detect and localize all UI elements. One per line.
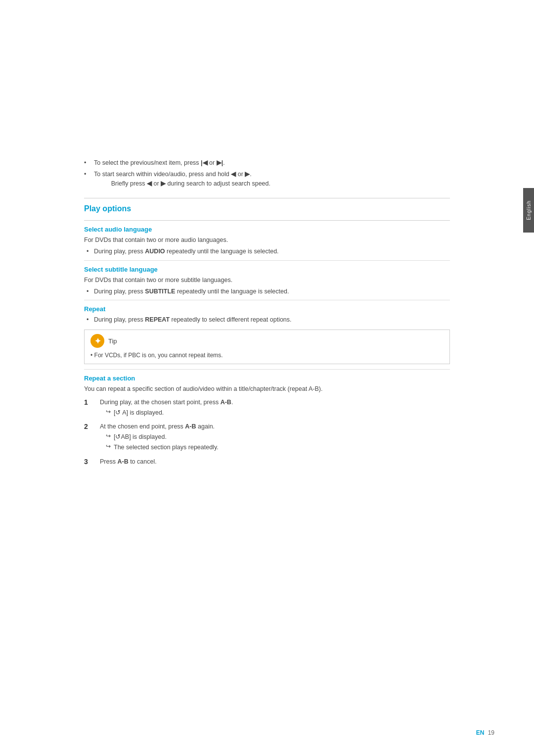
intro-bullet-1: To select the previous/next item, press …: [84, 158, 450, 168]
intro-bullet-2: To start search within video/audio, pres…: [84, 170, 450, 189]
intro-bullet-1-text: To select the previous/next item, press …: [94, 159, 225, 166]
intro-bullets: To select the previous/next item, press …: [84, 158, 450, 188]
intro-bullet-2-text: To start search within video/audio, pres…: [94, 171, 270, 187]
repeat-bullet: During play, press REPEAT repeatedly to …: [84, 315, 450, 325]
step-2-text: At the chosen end point, press A-B again…: [100, 422, 450, 431]
page-number-prefix: EN: [476, 729, 485, 736]
subtitle-language-heading: Select subtitle language: [84, 266, 450, 273]
arrow-icon-2: ↪: [106, 432, 111, 439]
repeat-section-intro: You can repeat a specific section of aud…: [84, 384, 450, 394]
tip-box: ✦ Tip • For VCDs, if PBC is on, you cann…: [84, 330, 450, 364]
sidebar-tab-label: English: [526, 200, 532, 220]
audio-language-heading: Select audio language: [84, 226, 450, 233]
step-1-text: During play, at the chosen start point, …: [100, 398, 450, 407]
subtitle-language-text: For DVDs that contain two or more subtit…: [84, 276, 450, 285]
step-1-result-text: [↺ A] is displayed.: [114, 408, 164, 418]
repeat-heading: Repeat: [84, 305, 450, 313]
tip-star-icon: ✦: [94, 336, 101, 346]
step-2-number: 2: [84, 422, 96, 432]
arrow-icon-3: ↪: [106, 443, 111, 450]
page-number: EN 19: [476, 729, 494, 736]
step-2-result-2-text: The selected section plays repeatedly.: [114, 443, 219, 452]
audio-language-bullet: During play, press AUDIO repeatedly unti…: [84, 247, 450, 256]
subsection-divider-3: [84, 369, 450, 370]
sidebar-tab: English: [523, 188, 534, 233]
step-2-result-1-text: [↺AB] is displayed.: [114, 432, 167, 442]
step-2: 2 At the chosen end point, press A-B aga…: [84, 422, 450, 453]
step-3-content: Press A-B to cancel.: [100, 457, 450, 468]
page-number-value: 19: [488, 729, 494, 736]
repeat-section-heading: Repeat a section: [84, 375, 450, 382]
step-1-number: 1: [84, 398, 96, 408]
section-divider-top: [84, 198, 450, 198]
subtitle-language-bullet: During play, press SUBTITLE repeatedly u…: [84, 287, 450, 296]
step-1-result: ↪ [↺ A] is displayed.: [100, 408, 450, 418]
tip-header: ✦ Tip: [90, 334, 444, 348]
step-3-number: 3: [84, 457, 96, 467]
tip-content-text: For VCDs, if PBC is on, you cannot repea…: [94, 352, 223, 359]
tip-bullet: •: [90, 352, 94, 359]
arrow-icon-1: ↪: [106, 408, 111, 415]
content-area: To select the previous/next item, press …: [25, 0, 509, 501]
section-divider-1: [84, 220, 450, 221]
subsection-divider-1: [84, 260, 450, 261]
page-container: English To select the previous/next item…: [0, 0, 534, 756]
step-1: 1 During play, at the chosen start point…: [84, 398, 450, 419]
step-1-content: During play, at the chosen start point, …: [100, 398, 450, 419]
repeat-section-steps: 1 During play, at the chosen start point…: [84, 398, 450, 468]
step-3: 3 Press A-B to cancel.: [84, 457, 450, 468]
tip-content: • For VCDs, if PBC is on, you cannot rep…: [90, 351, 444, 360]
step-2-result-1: ↪ [↺AB] is displayed.: [100, 432, 450, 442]
tip-label: Tip: [108, 337, 117, 345]
step-2-content: At the chosen end point, press A-B again…: [100, 422, 450, 453]
tip-icon: ✦: [90, 334, 104, 348]
step-2-result-2: ↪ The selected section plays repeatedly.: [100, 443, 450, 452]
step-3-text: Press A-B to cancel.: [100, 457, 450, 467]
play-options-heading: Play options: [84, 204, 450, 216]
subsection-divider-2: [84, 300, 450, 300]
audio-language-text: For DVDs that contain two or more audio …: [84, 236, 450, 245]
